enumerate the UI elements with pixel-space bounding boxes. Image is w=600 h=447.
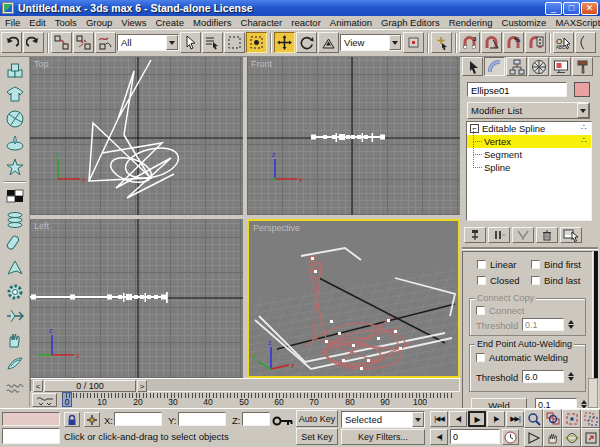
- configure-modifier-sets-icon[interactable]: [560, 227, 582, 243]
- previous-frame-icon[interactable]: ◀|: [449, 411, 467, 427]
- viewport-top[interactable]: Top yx: [30, 57, 243, 215]
- viewport-left[interactable]: Left zx: [30, 219, 243, 378]
- hand-icon[interactable]: [2, 328, 28, 352]
- time-slider[interactable]: < 0 / 100 >: [30, 378, 460, 392]
- checkbox-icon[interactable]: [531, 276, 540, 285]
- plane-arrow-icon[interactable]: [2, 304, 28, 328]
- percent-snap-toggle-icon[interactable]: %: [503, 32, 524, 53]
- x-coordinate-field[interactable]: [114, 412, 162, 426]
- menu-modifiers[interactable]: Modifiers: [193, 17, 232, 28]
- undo-icon[interactable]: [1, 32, 22, 53]
- time-configuration-icon[interactable]: [502, 429, 519, 445]
- menu-character[interactable]: Character: [241, 17, 283, 28]
- viewport-perspective[interactable]: Perspective: [247, 219, 460, 378]
- select-and-manipulate-icon[interactable]: [431, 32, 452, 53]
- dropdown-arrow-icon[interactable]: [166, 35, 178, 50]
- sphere-icon[interactable]: [2, 107, 28, 131]
- dropdown-arrow-icon[interactable]: [412, 412, 424, 427]
- maximize-button[interactable]: □: [563, 2, 580, 15]
- time-slider-handle[interactable]: 0 / 100: [44, 380, 136, 392]
- stack-item-spline[interactable]: Spline: [467, 161, 591, 174]
- minimize-button[interactable]: _: [545, 2, 562, 15]
- automatic-welding-checkbox[interactable]: Automatic Welding: [476, 352, 568, 363]
- springs-icon[interactable]: [2, 208, 28, 232]
- reference-coord-dropdown[interactable]: View: [340, 34, 402, 51]
- title-bar[interactable]: Untitled.max - 3ds max 6 - Stand-alone L…: [0, 0, 600, 16]
- select-and-scale-icon[interactable]: [318, 32, 339, 53]
- dropdown-arrow-icon[interactable]: [577, 103, 589, 118]
- viewport-front[interactable]: Front zx: [247, 57, 460, 215]
- menu-reactor[interactable]: reactor: [291, 17, 321, 28]
- spinner-icon[interactable]: [566, 318, 575, 331]
- key-mode-toggle-icon[interactable]: ◀|: [430, 429, 448, 445]
- edit-named-selections-icon[interactable]: OABC: [553, 32, 574, 53]
- closed-checkbox[interactable]: Closed: [477, 275, 520, 286]
- set-key-mode-icon[interactable]: [272, 414, 294, 430]
- tab-utilities-icon[interactable]: [572, 57, 593, 76]
- linear-checkbox[interactable]: Linear: [477, 259, 516, 270]
- wedge-icon[interactable]: [2, 256, 28, 280]
- next-frame-arrow[interactable]: >: [137, 380, 147, 392]
- menu-group[interactable]: Group: [86, 17, 112, 28]
- gear-icon[interactable]: [2, 280, 28, 304]
- rope-squiggle-icon[interactable]: [2, 376, 28, 400]
- checkbox-icon[interactable]: [476, 353, 485, 362]
- menu-file[interactable]: File: [5, 17, 20, 28]
- maxscript-listener[interactable]: [2, 428, 60, 444]
- mini-curve-editor-icon[interactable]: [32, 393, 57, 407]
- stack-item-vertex[interactable]: Vertex ∴: [467, 135, 591, 148]
- viewport-top-label[interactable]: Top: [34, 59, 49, 69]
- trackbar-scrollbar[interactable]: [588, 378, 598, 408]
- bind-first-checkbox[interactable]: Bind first: [531, 259, 581, 270]
- menu-create[interactable]: Create: [155, 17, 184, 28]
- current-frame-field[interactable]: [450, 429, 500, 444]
- stack-root-row[interactable]: − Editable Spline ∴: [467, 122, 591, 135]
- select-and-link-icon[interactable]: [51, 32, 72, 53]
- go-to-end-icon[interactable]: ▶▶|: [506, 411, 524, 427]
- weld-threshold-field[interactable]: 6.0: [522, 370, 564, 383]
- bind-last-checkbox[interactable]: Bind last: [531, 275, 580, 286]
- prev-frame-arrow[interactable]: <: [33, 380, 43, 392]
- bind-to-space-warp-icon[interactable]: [95, 32, 116, 53]
- select-and-move-icon[interactable]: [274, 32, 295, 53]
- remove-modifier-icon[interactable]: [536, 227, 558, 243]
- checker-icon[interactable]: [2, 184, 28, 208]
- checkbox-icon[interactable]: [477, 260, 486, 269]
- viewport-perspective-label[interactable]: Perspective: [253, 223, 300, 233]
- tab-display-icon[interactable]: [550, 57, 571, 76]
- object-name-field[interactable]: [467, 82, 567, 97]
- stack-item-segment[interactable]: Segment: [467, 148, 591, 161]
- modifier-list-dropdown[interactable]: Modifier List: [467, 102, 590, 119]
- rectangular-selection-region-icon[interactable]: [224, 32, 245, 53]
- snap-toggle-3d-icon[interactable]: 3: [459, 32, 480, 53]
- tab-modify-icon[interactable]: [484, 57, 505, 76]
- maximize-viewport-toggle-icon[interactable]: [581, 428, 600, 447]
- menu-tools[interactable]: Tools: [55, 17, 77, 28]
- viewport-front-label[interactable]: Front: [251, 59, 272, 69]
- select-and-rotate-icon[interactable]: [296, 32, 317, 53]
- spinner-snap-toggle-icon[interactable]: [525, 32, 546, 53]
- cloth-icon[interactable]: [2, 83, 28, 107]
- maxscript-macro-recorder[interactable]: [2, 412, 60, 426]
- set-key-button[interactable]: Set Key: [296, 428, 338, 445]
- absolute-offset-toggle-icon[interactable]: [84, 412, 100, 427]
- zoom-all-icon[interactable]: [543, 409, 562, 428]
- y-coordinate-field[interactable]: [178, 412, 226, 426]
- checkbox-icon[interactable]: [477, 276, 486, 285]
- connect-checkbox[interactable]: Connect: [476, 305, 524, 316]
- wing-icon[interactable]: [2, 352, 28, 376]
- tab-motion-icon[interactable]: [528, 57, 549, 76]
- selection-set-dropdown[interactable]: Selected: [341, 411, 425, 428]
- go-to-start-icon[interactable]: |◀◀: [430, 411, 448, 427]
- next-frame-icon[interactable]: |▶: [487, 411, 505, 427]
- field-of-view-icon[interactable]: [524, 428, 543, 447]
- tab-hierarchy-icon[interactable]: [506, 57, 527, 76]
- object-color-swatch[interactable]: [574, 82, 590, 97]
- checkbox-icon[interactable]: [531, 260, 540, 269]
- pan-hand-icon[interactable]: [543, 428, 562, 447]
- menu-maxscript[interactable]: MAXScript: [555, 17, 600, 28]
- menu-views[interactable]: Views: [121, 17, 146, 28]
- capsule-icon[interactable]: [2, 232, 28, 256]
- pin-stack-icon[interactable]: [464, 227, 486, 243]
- zoom-extents-icon[interactable]: [562, 409, 581, 428]
